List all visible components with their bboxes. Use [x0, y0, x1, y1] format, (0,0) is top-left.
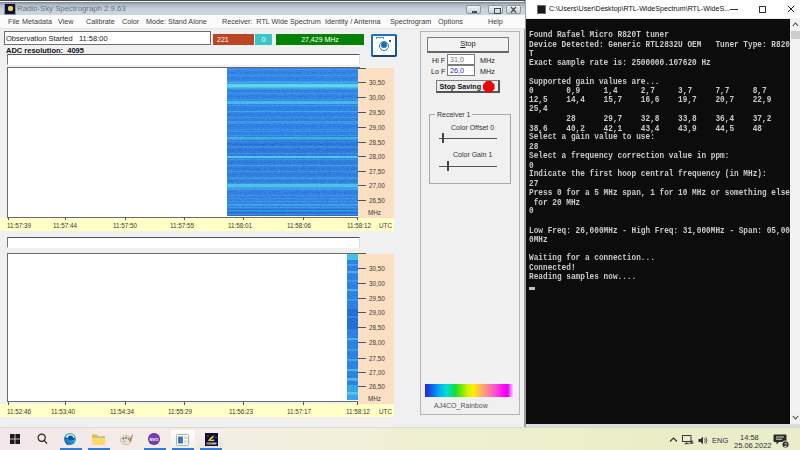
svg-text:2: 2: [784, 441, 787, 447]
svg-text:NVO: NVO: [149, 437, 159, 442]
